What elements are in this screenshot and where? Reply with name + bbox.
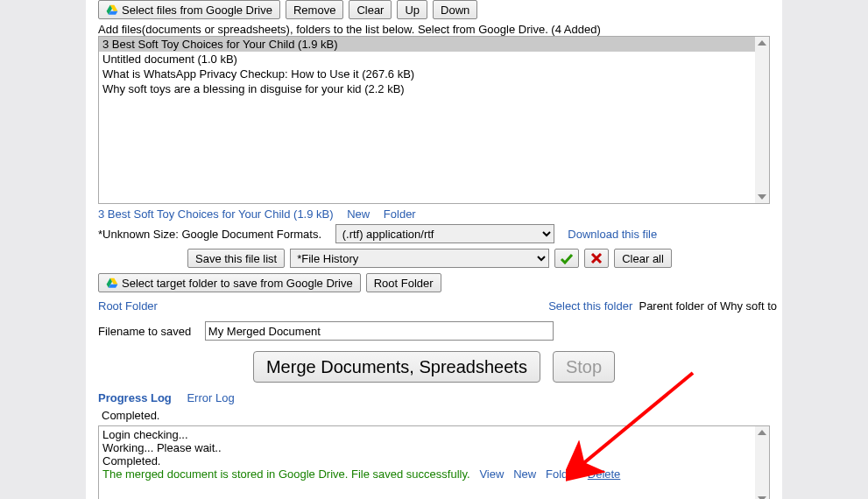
reject-button[interactable] bbox=[584, 249, 609, 268]
remove-button[interactable]: Remove bbox=[286, 0, 343, 19]
folder-link[interactable]: Folder bbox=[384, 207, 416, 221]
save-file-list-button[interactable]: Save this file list bbox=[187, 249, 285, 268]
down-button[interactable]: Down bbox=[433, 0, 477, 19]
select-this-folder-link[interactable]: Select this folder bbox=[548, 299, 632, 313]
scrollbar[interactable] bbox=[755, 37, 769, 203]
tab-progress-log[interactable]: Progress Log bbox=[98, 391, 172, 404]
log-output: Login checking... Working... Please wait… bbox=[98, 425, 770, 499]
download-link[interactable]: Download this file bbox=[568, 228, 657, 241]
select-target-folder-button[interactable]: Select target folder to save from Google… bbox=[98, 273, 361, 292]
select-files-button[interactable]: Select files from Google Drive bbox=[98, 0, 280, 19]
clear-button[interactable]: Clear bbox=[349, 0, 392, 19]
new-link[interactable]: New bbox=[347, 207, 370, 221]
selected-file-link[interactable]: 3 Best Soft Toy Choices for Your Child (… bbox=[98, 207, 334, 221]
list-item[interactable]: 3 Best Soft Toy Choices for Your Child (… bbox=[99, 37, 755, 52]
stop-button[interactable]: Stop bbox=[553, 351, 615, 383]
log-line: Working... Please wait.. bbox=[102, 441, 766, 454]
list-item[interactable]: Why soft toys are a blessing in disguise… bbox=[99, 81, 755, 96]
parent-folder-text: Parent folder of Why soft to bbox=[639, 299, 777, 313]
view-link[interactable]: View bbox=[479, 467, 504, 481]
new-link[interactable]: New bbox=[513, 467, 536, 481]
x-icon bbox=[590, 252, 603, 264]
google-drive-icon bbox=[106, 4, 118, 16]
list-item[interactable]: Untitled document (1.0 kB) bbox=[99, 52, 755, 67]
log-success-line: The merged document is stored in Google … bbox=[102, 467, 470, 481]
list-item[interactable]: What is WhatsApp Privacy Checkup: How to… bbox=[99, 67, 755, 81]
folder-link[interactable]: Folder bbox=[546, 467, 578, 481]
root-folder-link[interactable]: Root Folder bbox=[98, 299, 158, 313]
status-text: Completed. bbox=[102, 409, 770, 422]
file-listbox[interactable]: 3 Best Soft Toy Choices for Your Child (… bbox=[98, 36, 770, 204]
delete-link[interactable]: Delete bbox=[588, 467, 621, 481]
add-files-hint: Add files(documents or spreadsheets), fo… bbox=[98, 23, 770, 36]
up-button[interactable]: Up bbox=[397, 0, 427, 19]
root-folder-button[interactable]: Root Folder bbox=[366, 273, 441, 292]
log-line: Login checking... bbox=[102, 428, 766, 441]
select-target-folder-label: Select target folder to save from Google… bbox=[122, 277, 353, 290]
merge-button[interactable]: Merge Documents, Spreadsheets bbox=[253, 351, 540, 383]
format-select[interactable]: (.rtf) application/rtf bbox=[335, 224, 554, 243]
clear-all-button[interactable]: Clear all bbox=[614, 249, 672, 268]
scrollbar[interactable] bbox=[755, 426, 769, 499]
filename-input[interactable] bbox=[205, 321, 554, 341]
check-icon bbox=[560, 252, 574, 264]
select-files-label: Select files from Google Drive bbox=[122, 4, 272, 17]
google-drive-icon bbox=[106, 277, 118, 289]
file-history-select[interactable]: *File History bbox=[290, 249, 549, 268]
tab-error-log[interactable]: Error Log bbox=[187, 391, 234, 404]
confirm-button[interactable] bbox=[554, 249, 579, 268]
filename-label: Filename to saved bbox=[98, 325, 191, 338]
log-line: Completed. bbox=[102, 454, 766, 467]
unknown-size-label: *Unknown Size: Google Document Formats. bbox=[98, 228, 321, 241]
